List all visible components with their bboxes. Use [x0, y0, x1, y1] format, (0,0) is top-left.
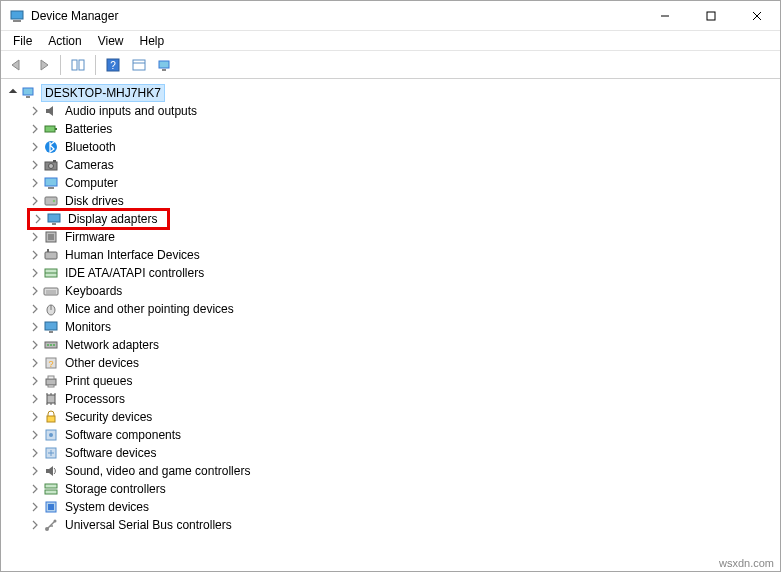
- show-hidden-button[interactable]: [153, 54, 177, 76]
- svg-rect-50: [47, 395, 55, 403]
- expand-arrow-icon[interactable]: [29, 123, 41, 135]
- tree-item-sound[interactable]: Sound, video and game controllers: [5, 462, 778, 480]
- close-button[interactable]: [734, 1, 780, 30]
- expand-arrow-icon[interactable]: [29, 393, 41, 405]
- back-button[interactable]: [5, 54, 29, 76]
- svg-rect-15: [26, 96, 30, 98]
- tree-item-mouse[interactable]: Mice and other pointing devices: [5, 300, 778, 318]
- svg-rect-31: [47, 249, 49, 252]
- scan-button[interactable]: [127, 54, 151, 76]
- svg-rect-13: [162, 69, 166, 71]
- toolbar-separator: [60, 55, 61, 75]
- svg-rect-40: [49, 331, 53, 333]
- help-button[interactable]: ?: [101, 54, 125, 76]
- svg-point-43: [50, 344, 52, 346]
- expand-arrow-icon[interactable]: [29, 267, 41, 279]
- expand-arrow-icon[interactable]: [29, 357, 41, 369]
- expand-arrow-icon[interactable]: [29, 447, 41, 459]
- tree-item-storage[interactable]: Storage controllers: [5, 480, 778, 498]
- tree-item-ide[interactable]: IDE ATA/ATAPI controllers: [5, 264, 778, 282]
- computer-icon: [21, 85, 37, 101]
- tree-item-battery[interactable]: Batteries: [5, 120, 778, 138]
- expand-arrow-icon[interactable]: [29, 519, 41, 531]
- menu-action[interactable]: Action: [40, 33, 89, 49]
- tree-root[interactable]: DESKTOP-MHJ7HK7: [5, 84, 778, 102]
- tree-item-label: Print queues: [63, 373, 134, 389]
- swdev-icon: [43, 445, 59, 461]
- tree-item-monitor[interactable]: Monitors: [5, 318, 778, 336]
- expand-arrow-icon[interactable]: [29, 465, 41, 477]
- expand-arrow-icon[interactable]: [29, 177, 41, 189]
- menu-file[interactable]: File: [5, 33, 40, 49]
- tree-item-speaker[interactable]: Audio inputs and outputs: [5, 102, 778, 120]
- tree-item-other[interactable]: ?Other devices: [5, 354, 778, 372]
- other-icon: ?: [43, 355, 59, 371]
- tree-item-swcomp[interactable]: Software components: [5, 426, 778, 444]
- expand-arrow-icon[interactable]: [29, 159, 41, 171]
- tree-item-cpu[interactable]: Processors: [5, 390, 778, 408]
- title-bar: Device Manager: [1, 1, 780, 31]
- storage-icon: [43, 481, 59, 497]
- menu-view[interactable]: View: [90, 33, 132, 49]
- expand-arrow-icon[interactable]: [29, 429, 41, 441]
- tree-item-system[interactable]: System devices: [5, 498, 778, 516]
- tree-item-network[interactable]: Network adapters: [5, 336, 778, 354]
- svg-point-20: [49, 164, 54, 169]
- properties-button[interactable]: [66, 54, 90, 76]
- expand-arrow-icon[interactable]: [29, 249, 41, 261]
- expand-arrow-icon[interactable]: [29, 501, 41, 513]
- expand-arrow-icon[interactable]: [29, 483, 41, 495]
- disk-icon: [43, 193, 59, 209]
- tree-item-camera[interactable]: Cameras: [5, 156, 778, 174]
- svg-rect-26: [48, 214, 60, 222]
- expand-arrow-icon[interactable]: [29, 105, 41, 117]
- menu-help[interactable]: Help: [132, 33, 173, 49]
- minimize-button[interactable]: [642, 1, 688, 30]
- keyboard-icon: [43, 283, 59, 299]
- expand-arrow-icon[interactable]: [7, 87, 19, 99]
- tree-item-label: Display adapters: [66, 211, 159, 227]
- tree-item-hid[interactable]: Human Interface Devices: [5, 246, 778, 264]
- tree-item-display[interactable]: Display adapters: [5, 210, 778, 228]
- expand-arrow-icon[interactable]: [29, 375, 41, 387]
- expand-arrow-icon[interactable]: [29, 411, 41, 423]
- ide-icon: [43, 265, 59, 281]
- tree-item-label: Keyboards: [63, 283, 124, 299]
- expand-arrow-icon[interactable]: [29, 231, 41, 243]
- tree-item-label: Firmware: [63, 229, 117, 245]
- svg-rect-16: [45, 126, 55, 132]
- tree-item-label: Cameras: [63, 157, 116, 173]
- expand-arrow-icon[interactable]: [29, 195, 41, 207]
- tree-item-usb[interactable]: Universal Serial Bus controllers: [5, 516, 778, 534]
- maximize-button[interactable]: [688, 1, 734, 30]
- svg-rect-39: [45, 322, 57, 330]
- svg-rect-6: [72, 60, 77, 70]
- tree-item-printer[interactable]: Print queues: [5, 372, 778, 390]
- forward-button[interactable]: [31, 54, 55, 76]
- expand-arrow-icon[interactable]: [29, 303, 41, 315]
- camera-icon: [43, 157, 59, 173]
- tree-root-label: DESKTOP-MHJ7HK7: [41, 84, 165, 102]
- security-icon: [43, 409, 59, 425]
- expand-arrow-icon[interactable]: [29, 141, 41, 153]
- tree-item-swdev[interactable]: Software devices: [5, 444, 778, 462]
- tree-item-computer[interactable]: Computer: [5, 174, 778, 192]
- tree-item-security[interactable]: Security devices: [5, 408, 778, 426]
- svg-rect-23: [48, 187, 54, 189]
- svg-rect-27: [52, 223, 56, 225]
- expand-arrow-icon[interactable]: [32, 213, 44, 225]
- svg-rect-49: [48, 385, 54, 387]
- toolbar-separator: [95, 55, 96, 75]
- tree-item-label: System devices: [63, 499, 151, 515]
- tree-item-keyboard[interactable]: Keyboards: [5, 282, 778, 300]
- tree-item-firmware[interactable]: Firmware: [5, 228, 778, 246]
- tree-item-bluetooth[interactable]: Bluetooth: [5, 138, 778, 156]
- svg-point-59: [49, 433, 53, 437]
- expand-arrow-icon[interactable]: [29, 339, 41, 351]
- expand-arrow-icon[interactable]: [29, 285, 41, 297]
- tree-item-label: Bluetooth: [63, 139, 118, 155]
- device-tree[interactable]: DESKTOP-MHJ7HK7Audio inputs and outputsB…: [1, 79, 780, 557]
- expand-arrow-icon[interactable]: [29, 321, 41, 333]
- tree-item-label: Universal Serial Bus controllers: [63, 517, 234, 533]
- svg-rect-1: [13, 20, 21, 22]
